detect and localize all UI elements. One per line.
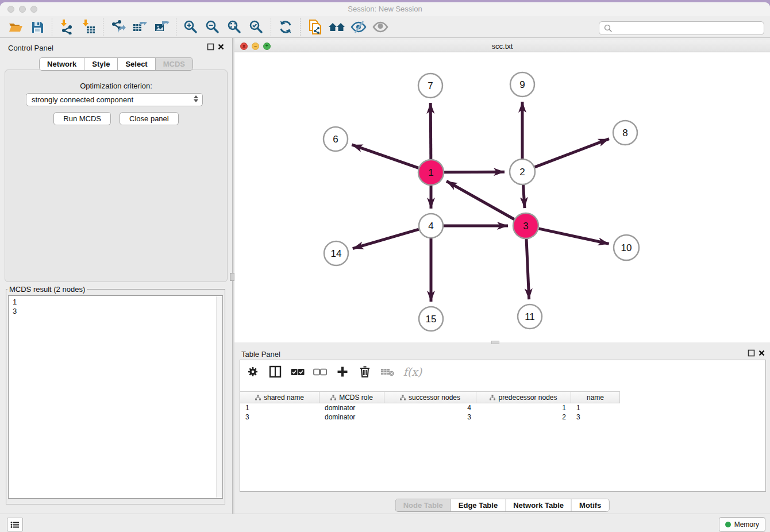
import-network-button[interactable]: [57, 18, 76, 36]
tab-style[interactable]: Style: [84, 58, 118, 70]
edge-3-1[interactable]: [446, 181, 514, 219]
add-row-button[interactable]: [336, 365, 349, 379]
toolbar-separator: [271, 18, 271, 36]
export-network-button[interactable]: [108, 18, 128, 36]
run-mcds-button[interactable]: Run MCDS: [53, 112, 111, 125]
table-cell[interactable]: 3: [571, 413, 620, 422]
zoom-fit-button[interactable]: [225, 18, 244, 36]
tab-network-table[interactable]: Network Table: [506, 499, 572, 511]
mcds-result-text[interactable]: 13: [8, 295, 223, 499]
plus-icon: [337, 366, 348, 377]
import-table-button[interactable]: [79, 18, 98, 36]
node-label: 3: [523, 221, 528, 232]
export-image-icon: [154, 20, 170, 34]
tab-edge-table[interactable]: Edge Table: [451, 499, 506, 511]
column-header-predecessor-nodes[interactable]: predecessor nodes: [476, 392, 571, 403]
zoom-in-button[interactable]: [181, 18, 201, 36]
result-line: 3: [13, 307, 222, 316]
save-session-button[interactable]: [28, 18, 47, 36]
memory-status-icon: [725, 522, 731, 527]
network-canvas[interactable]: 7968124314101511: [234, 52, 770, 342]
network-graph[interactable]: 7968124314101511: [234, 52, 770, 342]
table-settings-button[interactable]: [246, 365, 260, 379]
divider-handle[interactable]: [230, 273, 234, 281]
column-header-MCDS-role[interactable]: MCDS role: [319, 392, 384, 403]
edge-1-6[interactable]: [352, 145, 418, 168]
save-icon: [30, 20, 44, 34]
table-cell[interactable]: dominator: [319, 413, 384, 422]
table-row[interactable]: 3dominator323: [240, 413, 765, 422]
node-label: 14: [331, 248, 342, 259]
delete-table-button[interactable]: [380, 365, 394, 379]
close-panel-icon[interactable]: [758, 349, 765, 357]
export-table-button[interactable]: [130, 18, 149, 36]
table-delete-icon: [380, 367, 394, 376]
zoom-fit-icon: [227, 20, 242, 34]
tab-select[interactable]: Select: [118, 58, 155, 70]
column-type-icon: [490, 395, 495, 400]
search-input[interactable]: [599, 21, 764, 35]
table-cell[interactable]: 1: [571, 403, 620, 413]
toolbar-separator: [103, 18, 103, 36]
list-icon: [10, 521, 20, 529]
memory-button[interactable]: Memory: [719, 517, 765, 532]
edge-1-2[interactable]: [444, 172, 505, 172]
tab-network[interactable]: Network: [40, 58, 84, 70]
column-header-shared-name[interactable]: shared name: [240, 392, 319, 403]
table-toolbar: f(x): [246, 365, 422, 379]
eye-icon: [372, 20, 388, 34]
edge-4-14[interactable]: [353, 229, 419, 248]
select-all-button[interactable]: [291, 365, 305, 379]
table-cell[interactable]: 3: [384, 413, 476, 422]
zoom-selected-button[interactable]: [247, 18, 266, 36]
delete-row-button[interactable]: [358, 365, 372, 379]
first-neighbors-button[interactable]: [327, 18, 346, 36]
clone-network-button[interactable]: [305, 18, 325, 36]
table-cell[interactable]: 2: [476, 413, 571, 422]
fx-icon: f(x): [403, 365, 422, 378]
split-view-button[interactable]: [268, 365, 282, 379]
hide-selected-button[interactable]: [349, 18, 368, 36]
search-icon: [604, 24, 613, 33]
refresh-button[interactable]: [276, 18, 295, 36]
gear-icon: [247, 366, 259, 377]
export-image-button[interactable]: [152, 18, 171, 36]
table-cell[interactable]: 1: [240, 403, 319, 413]
network-view-window: x – + scc.txt 7968124314101511: [234, 40, 770, 342]
node-label: 4: [428, 221, 433, 232]
tab-mcds[interactable]: MCDS: [156, 58, 192, 70]
edge-2-3[interactable]: [523, 185, 525, 208]
table-row[interactable]: 1dominator411: [240, 403, 765, 413]
close-panel-button[interactable]: Close panel: [120, 112, 179, 125]
table-cell[interactable]: 3: [240, 413, 319, 422]
open-session-button[interactable]: [6, 18, 25, 36]
function-builder-button[interactable]: f(x): [403, 365, 422, 379]
node-label: 10: [621, 242, 632, 253]
toolbar-separator: [52, 18, 52, 36]
task-history-button[interactable]: [7, 518, 23, 531]
criterion-select[interactable]: strongly connected component: [26, 93, 203, 106]
node-label: 8: [622, 128, 627, 138]
deselect-all-button[interactable]: [313, 365, 327, 379]
table-panel-title: Table Panel: [241, 350, 280, 358]
trash-icon: [359, 365, 371, 378]
tab-node-table[interactable]: Node Table: [396, 499, 451, 511]
result-scrollbar[interactable]: [216, 296, 222, 498]
table-cell[interactable]: 1: [476, 403, 571, 413]
edge-1-7[interactable]: [430, 103, 431, 159]
edge-3-10[interactable]: [538, 229, 609, 244]
show-all-button[interactable]: [371, 18, 390, 36]
tab-motifs[interactable]: Motifs: [572, 499, 609, 511]
table-cell[interactable]: 4: [384, 403, 476, 413]
column-header-name[interactable]: name: [571, 392, 620, 403]
float-panel-icon[interactable]: [748, 349, 755, 357]
edge-2-8[interactable]: [535, 139, 609, 167]
zoom-out-button[interactable]: [203, 18, 222, 36]
edge-3-11[interactable]: [526, 239, 529, 299]
close-panel-icon[interactable]: [217, 43, 225, 51]
column-header-successor-nodes[interactable]: successor nodes: [384, 392, 476, 403]
table-cell[interactable]: dominator: [319, 403, 384, 413]
zoom-out-icon: [205, 20, 220, 34]
float-panel-icon[interactable]: [207, 43, 214, 51]
main-toolbar: [0, 16, 770, 38]
